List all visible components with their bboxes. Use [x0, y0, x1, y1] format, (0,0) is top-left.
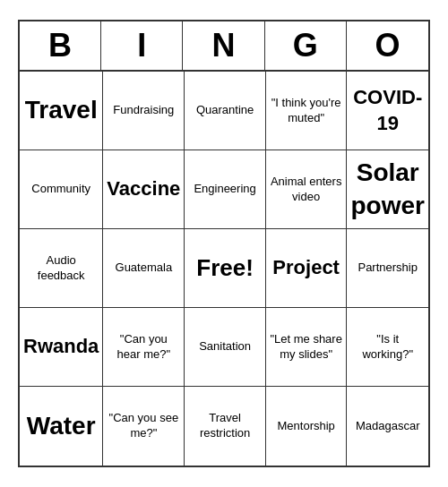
- bingo-cell: Animal enters video: [266, 150, 348, 229]
- bingo-cell: Partnership: [347, 229, 428, 308]
- bingo-letter: I: [101, 21, 183, 70]
- bingo-cell: Sanitation: [185, 308, 266, 387]
- bingo-header: BINGO: [20, 21, 428, 72]
- bingo-cell: Fundraising: [103, 72, 185, 150]
- bingo-cell: Mentorship: [266, 387, 348, 466]
- bingo-cell: Free!: [185, 229, 266, 308]
- cell-text: Free!: [196, 253, 254, 284]
- bingo-cell: Community: [20, 150, 103, 229]
- cell-text: Travel restriction: [188, 411, 262, 441]
- bingo-cell: Guatemala: [103, 229, 185, 308]
- bingo-cell: Solar power: [347, 150, 428, 229]
- cell-text: Community: [31, 182, 90, 197]
- bingo-cell: COVID-19: [347, 72, 428, 150]
- bingo-cell: Engineering: [185, 150, 266, 229]
- cell-text: "Can you hear me?": [107, 332, 180, 363]
- bingo-letter: G: [265, 21, 347, 70]
- bingo-card: BINGO TravelFundraisingQuarantine"I thin…: [18, 20, 430, 467]
- cell-text: Engineering: [194, 182, 255, 197]
- cell-text: "Can you see me?": [107, 411, 180, 441]
- cell-text: Mentorship: [278, 419, 335, 434]
- cell-text: Water: [27, 410, 96, 442]
- bingo-letter: O: [347, 21, 428, 70]
- bingo-cell: Madagascar: [347, 387, 428, 466]
- cell-text: Animal enters video: [270, 175, 343, 205]
- bingo-cell: "Can you hear me?": [103, 308, 185, 387]
- cell-text: "I think you're muted": [270, 96, 343, 126]
- bingo-cell: Rwanda: [20, 308, 103, 387]
- bingo-cell: "Can you see me?": [103, 387, 185, 466]
- cell-text: Sanitation: [199, 339, 251, 355]
- cell-text: Vaccine: [107, 176, 180, 202]
- bingo-cell: Travel restriction: [185, 387, 266, 466]
- bingo-letter: B: [20, 21, 101, 70]
- bingo-cell: Project: [266, 229, 348, 308]
- cell-text: Madagascar: [356, 419, 420, 434]
- bingo-cell: "I think you're muted": [266, 72, 348, 150]
- cell-text: Solar power: [350, 157, 425, 222]
- bingo-grid: TravelFundraisingQuarantine"I think you'…: [20, 72, 428, 466]
- bingo-cell: "Is it working?": [347, 308, 428, 387]
- bingo-cell: "Let me share my slides": [266, 308, 348, 387]
- cell-text: Project: [272, 255, 340, 281]
- cell-text: Quarantine: [196, 103, 254, 118]
- bingo-cell: Audio feedback: [20, 229, 103, 308]
- bingo-cell: Quarantine: [185, 72, 266, 150]
- cell-text: Fundraising: [113, 103, 174, 118]
- cell-text: Rwanda: [23, 334, 99, 360]
- cell-text: Guatemala: [116, 261, 173, 276]
- cell-text: COVID-19: [350, 85, 425, 136]
- bingo-cell: Travel: [20, 72, 103, 150]
- bingo-cell: Vaccine: [103, 150, 185, 229]
- cell-text: Audio feedback: [23, 253, 99, 284]
- cell-text: Partnership: [358, 261, 417, 276]
- bingo-letter: N: [183, 21, 264, 70]
- cell-text: "Is it working?": [350, 332, 425, 363]
- bingo-cell: Water: [20, 387, 103, 466]
- cell-text: Travel: [25, 94, 98, 126]
- cell-text: "Let me share my slides": [270, 332, 343, 363]
